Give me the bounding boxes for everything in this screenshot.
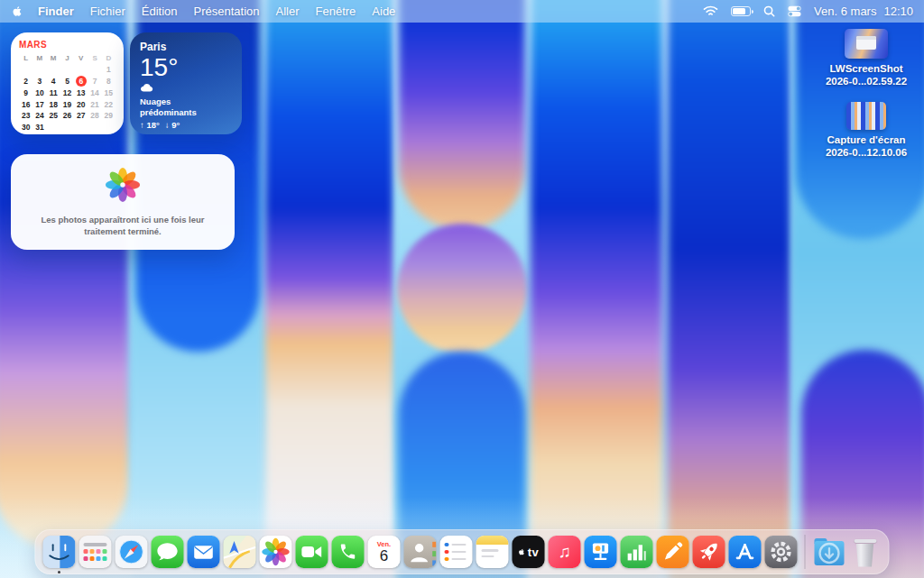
facetime-app-glyph (296, 536, 328, 568)
control-center-icon[interactable] (788, 5, 801, 17)
desktop-file-lwscreenshot[interactable]: LWScreenShot2026-0...02.59.22 (826, 29, 907, 87)
dock-calendar-icon[interactable]: Ven.6 (368, 536, 401, 568)
calendar-day-cell: 2 (19, 76, 32, 87)
calendar-day-cell: 30 (19, 122, 32, 133)
calendar-day-cell: 5 (60, 76, 74, 87)
photos-widget[interactable]: Les photos apparaîtront ici une fois leu… (11, 154, 235, 250)
calendar-day-cell: 22 (102, 98, 116, 110)
calendar-month-title: MARS (19, 40, 116, 50)
calendar-widget[interactable]: MARS LMMJVSD1234567891011121314151617181… (11, 32, 124, 134)
dock-contacts-icon[interactable] (404, 536, 437, 568)
menu-item-fichier[interactable]: Fichier (82, 5, 134, 18)
apple-menu-icon[interactable] (11, 5, 24, 19)
menu-item-édition[interactable]: Édition (134, 5, 186, 18)
screenshot-thumbnail-icon (846, 102, 886, 130)
calendar-day-cell: 3 (32, 76, 46, 87)
battery-icon[interactable] (731, 6, 751, 16)
wifi-icon[interactable] (703, 5, 718, 17)
dock-mail-icon[interactable] (188, 536, 220, 568)
dock-settings-icon[interactable] (765, 536, 798, 568)
menu-item-fenêtre[interactable]: Fenêtre (308, 5, 365, 18)
calendar-day-cell: 26 (60, 110, 74, 122)
weather-condition: Nuages prédominants (140, 96, 217, 117)
menu-bar-status: Ven. 6 mars 12:10 (703, 5, 913, 18)
calendar-day-cell: 18 (47, 98, 60, 110)
dock-trash-icon[interactable] (849, 536, 882, 568)
dock-music-icon[interactable]: ♫ (549, 536, 581, 568)
numbers-app-glyph (621, 536, 653, 568)
settings-app-glyph (765, 536, 798, 568)
dock-numbers-icon[interactable] (621, 536, 653, 568)
desktop-file-capture-ecran[interactable]: Capture d'écran2026-0...12.10.06 (826, 102, 907, 159)
dock-keynote-icon[interactable] (585, 536, 617, 568)
dock-photos-icon[interactable] (260, 536, 292, 568)
calendar-day-cell: 31 (32, 122, 46, 133)
dock-appstore-icon[interactable] (729, 536, 762, 568)
screenshot-thumbnail-icon (845, 29, 888, 59)
calendar-day-cell (47, 64, 60, 76)
wallpaper-sphere (397, 224, 527, 353)
menu-item-présentation[interactable]: Présentation (186, 5, 268, 18)
calendar-day-header: M (32, 52, 46, 64)
menu-item-aide[interactable]: Aide (364, 5, 403, 18)
dock-launchpad-icon[interactable] (79, 536, 112, 568)
menu-bar-clock[interactable]: Ven. 6 mars 12:10 (814, 5, 913, 18)
dock-messages-icon[interactable] (152, 536, 184, 568)
photos-placeholder-message: Les photos apparaîtront ici une fois leu… (31, 214, 215, 238)
calendar-day-cell (60, 122, 74, 133)
dock-downloads-icon[interactable] (813, 536, 845, 568)
calendar-day-cell: 7 (88, 76, 101, 87)
dock-safari-icon[interactable] (116, 536, 148, 568)
safari-app-glyph (116, 536, 148, 568)
wallpaper-capsule (531, 0, 662, 578)
calendar-day-cell: 20 (74, 98, 88, 110)
calendar-day-cell: 25 (47, 110, 60, 122)
menu-item-aller[interactable]: Aller (268, 5, 308, 18)
calendar-day-cell: 1 (102, 64, 116, 76)
games-app-glyph (693, 536, 725, 568)
messages-app-glyph (152, 536, 184, 568)
search-icon[interactable] (763, 5, 775, 17)
calendar-day-header: V (74, 52, 88, 64)
calendar-app-glyph: Ven.6 (368, 536, 401, 568)
photos-app-glyph (260, 536, 292, 568)
dock-facetime-icon[interactable] (296, 536, 328, 568)
calendar-day-cell (60, 64, 74, 76)
weather-widget[interactable]: Paris 15° Nuages prédominants ↑ 18° ↓ 9° (130, 32, 242, 134)
date-text: Ven. 6 mars (814, 5, 876, 18)
dock-tv-icon[interactable]: tv (513, 536, 545, 568)
cloud-icon (140, 83, 232, 94)
music-app-glyph: ♫ (549, 536, 581, 568)
calendar-day-cell (102, 122, 116, 133)
launchpad-app-glyph (79, 536, 112, 568)
calendar-day-cell: 23 (19, 110, 32, 122)
calendar-day-cell: 4 (47, 76, 60, 87)
tv-app-glyph: tv (513, 536, 545, 568)
trash-app-glyph (849, 536, 882, 568)
dock-pages-icon[interactable] (657, 536, 689, 568)
dock-games-icon[interactable] (693, 536, 725, 568)
dock-notes-icon[interactable] (476, 536, 509, 568)
menu-item-finder[interactable]: Finder (30, 5, 82, 18)
dock-finder-icon[interactable] (43, 536, 76, 568)
calendar-day-cell: 9 (19, 87, 32, 98)
weather-high-low: ↑ 18° ↓ 9° (140, 120, 232, 130)
calendar-day-header: M (47, 52, 60, 64)
calendar-day-cell (47, 122, 60, 133)
dock: Ven.6tv♫ (35, 529, 890, 574)
calendar-day-cell: 29 (102, 110, 116, 122)
menu-bar: FinderFichierÉditionPrésentationAllerFen… (0, 0, 924, 23)
calendar-day-header: J (60, 52, 74, 64)
calendar-day-cell: 12 (60, 87, 74, 98)
dock-reminders-icon[interactable] (440, 536, 473, 568)
calendar-day-cell (74, 122, 88, 133)
wallpaper-capsule (265, 0, 393, 578)
dock-phone-icon[interactable] (332, 536, 365, 568)
calendar-day-cell: 21 (88, 98, 101, 110)
calendar-grid: LMMJVSD123456789101112131415161718192021… (19, 52, 116, 133)
weather-temperature: 15° (140, 54, 232, 80)
dock-maps-icon[interactable] (224, 536, 256, 568)
calendar-day-cell: 11 (47, 87, 60, 98)
calendar-day-cell: 24 (32, 110, 46, 122)
calendar-day-cell: 8 (102, 76, 116, 87)
